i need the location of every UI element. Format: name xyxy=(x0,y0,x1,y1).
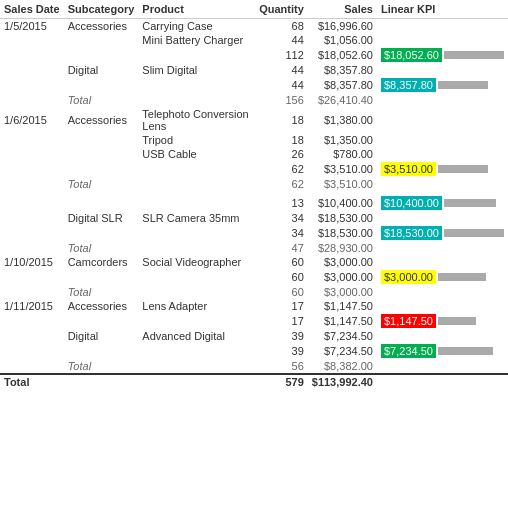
cell-subcat xyxy=(64,225,139,241)
cell-date xyxy=(0,77,64,93)
col-header-sales: Sales xyxy=(308,0,377,19)
cell-product: Slim Digital xyxy=(138,63,255,77)
cell-sales: $1,380.00 xyxy=(308,107,377,133)
cell-product: Telephoto Conversion Lens xyxy=(138,107,255,133)
cell-product xyxy=(138,195,255,211)
cell-kpi xyxy=(377,63,508,77)
cell-qty: 156 xyxy=(255,93,308,107)
cell-qty: 62 xyxy=(255,161,308,177)
cell-subcat xyxy=(64,269,139,285)
cell-qty: 17 xyxy=(255,299,308,313)
cell-date xyxy=(0,241,64,255)
cell-subcat: Digital xyxy=(64,329,139,343)
cell-subcat xyxy=(64,313,139,329)
kpi-value-label: $18,530.00 xyxy=(381,226,442,240)
table-row: 1/5/2015AccessoriesCarrying Case68$16,99… xyxy=(0,19,508,34)
cell-date xyxy=(0,33,64,47)
cell-subcat: Accessories xyxy=(64,299,139,313)
cell-sales: $3,000.00 xyxy=(308,285,377,299)
cell-sales: $18,530.00 xyxy=(308,211,377,225)
table-row: 13$10,400.00$10,400.00 xyxy=(0,195,508,211)
kpi-bar xyxy=(438,317,476,325)
cell-qty: 44 xyxy=(255,33,308,47)
col-header-subcategory: Subcategory xyxy=(64,0,139,19)
cell-date xyxy=(0,225,64,241)
cell-kpi: $1,147.50 xyxy=(377,313,508,329)
cell-qty: 34 xyxy=(255,211,308,225)
cell-date xyxy=(0,269,64,285)
cell-product xyxy=(138,269,255,285)
cell-product xyxy=(138,285,255,299)
cell-product xyxy=(138,225,255,241)
cell-qty: 44 xyxy=(255,63,308,77)
cell-date xyxy=(0,161,64,177)
cell-product: Social Videographer xyxy=(138,255,255,269)
kpi-bar xyxy=(438,81,488,89)
grand-total-empty1 xyxy=(64,374,139,389)
table-row: 17$1,147.50$1,147.50 xyxy=(0,313,508,329)
cell-date xyxy=(0,211,64,225)
kpi-bar xyxy=(444,229,504,237)
cell-qty: 62 xyxy=(255,177,308,191)
table-row: Mini Battery Charger44$1,056.00 xyxy=(0,33,508,47)
cell-sales: $8,382.00 xyxy=(308,359,377,374)
cell-date xyxy=(0,343,64,359)
cell-sales: $26,410.40 xyxy=(308,93,377,107)
cell-date xyxy=(0,147,64,161)
cell-date xyxy=(0,329,64,343)
cell-sales: $10,400.00 xyxy=(308,195,377,211)
kpi-bar xyxy=(444,199,496,207)
col-header-sales-date: Sales Date xyxy=(0,0,64,19)
cell-product xyxy=(138,161,255,177)
cell-date xyxy=(0,133,64,147)
table-row: 60$3,000.00$3,000.00 xyxy=(0,269,508,285)
table-row: 62$3,510.00$3,510.00 xyxy=(0,161,508,177)
cell-kpi xyxy=(377,211,508,225)
cell-kpi: $7,234.50 xyxy=(377,343,508,359)
cell-subcat xyxy=(64,147,139,161)
kpi-bar xyxy=(444,51,504,59)
cell-subcat xyxy=(64,161,139,177)
cell-product: SLR Camera 35mm xyxy=(138,211,255,225)
col-header-quantity: Quantity xyxy=(255,0,308,19)
table-row: DigitalSlim Digital44$8,357.80 xyxy=(0,63,508,77)
cell-kpi: $3,000.00 xyxy=(377,269,508,285)
cell-subcat: Digital SLR xyxy=(64,211,139,225)
grand-total-sales: $113,992.40 xyxy=(308,374,377,389)
cell-qty: 18 xyxy=(255,133,308,147)
cell-product xyxy=(138,93,255,107)
cell-date xyxy=(0,63,64,77)
cell-kpi xyxy=(377,359,508,374)
cell-qty: 60 xyxy=(255,285,308,299)
cell-kpi: $10,400.00 xyxy=(377,195,508,211)
cell-date xyxy=(0,195,64,211)
kpi-value-label: $8,357.80 xyxy=(381,78,436,92)
cell-date xyxy=(0,359,64,374)
sales-report-table: Sales Date Subcategory Product Quantity … xyxy=(0,0,508,389)
cell-kpi: $3,510.00 xyxy=(377,161,508,177)
cell-date: 1/10/2015 xyxy=(0,255,64,269)
cell-kpi xyxy=(377,133,508,147)
cell-sales: $1,056.00 xyxy=(308,33,377,47)
cell-subcat xyxy=(64,77,139,93)
cell-sales: $28,930.00 xyxy=(308,241,377,255)
cell-qty: 68 xyxy=(255,19,308,34)
cell-kpi xyxy=(377,299,508,313)
cell-subcat: Total xyxy=(64,285,139,299)
cell-product: Advanced Digital xyxy=(138,329,255,343)
cell-sales: $3,510.00 xyxy=(308,161,377,177)
cell-qty: 39 xyxy=(255,329,308,343)
cell-subcat: Accessories xyxy=(64,19,139,34)
cell-subcat: Total xyxy=(64,359,139,374)
cell-date xyxy=(0,47,64,63)
cell-sales: $3,510.00 xyxy=(308,177,377,191)
table-row: USB Cable26$780.00 xyxy=(0,147,508,161)
report-table-container: Sales Date Subcategory Product Quantity … xyxy=(0,0,508,389)
grand-total-qty: 579 xyxy=(255,374,308,389)
grand-total-label: Total xyxy=(0,374,64,389)
kpi-bar xyxy=(438,273,486,281)
cell-qty: 17 xyxy=(255,313,308,329)
table-row: DigitalAdvanced Digital39$7,234.50 xyxy=(0,329,508,343)
cell-sales: $8,357.80 xyxy=(308,63,377,77)
cell-sales: $1,350.00 xyxy=(308,133,377,147)
